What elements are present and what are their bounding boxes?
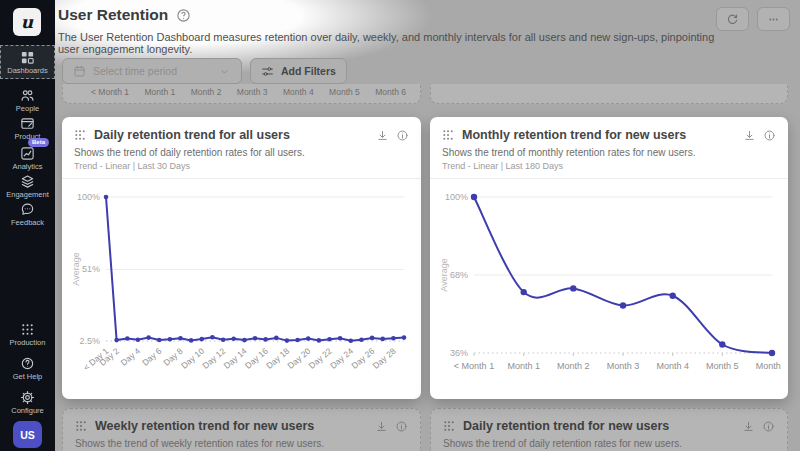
card-title: Weekly retention trend for new users (95, 419, 368, 433)
filter-bar: Select time period Add Filters (62, 58, 347, 84)
svg-text:Month 2: Month 2 (557, 361, 590, 371)
page-header: User Retention (58, 6, 191, 24)
svg-text:36%: 36% (450, 348, 468, 358)
svg-text:100%: 100% (445, 192, 468, 202)
page-description: The User Retention Dashboard measures re… (58, 31, 718, 55)
svg-text:Average: Average (439, 258, 449, 291)
user-avatar[interactable]: US (13, 421, 42, 448)
svg-text:Day 18: Day 18 (264, 346, 291, 371)
partial-card-top-left: < Month 1Month 1Month 2Month 3Month 4Mon… (62, 84, 421, 104)
svg-text:Month 1: Month 1 (507, 361, 540, 371)
app-root: u Dashboards People Product (0, 0, 800, 451)
card-daily-retention-all-users: Daily retention trend for all users Show… (62, 117, 421, 399)
partial-card-top-right (430, 84, 788, 104)
svg-text:Day 12: Day 12 (200, 346, 227, 371)
axis-label: Month 6 (375, 87, 406, 97)
svg-text:Month 3: Month 3 (607, 361, 640, 371)
card-title: Daily retention trend for all users (94, 128, 369, 142)
svg-text:Day 6: Day 6 (140, 346, 164, 368)
header-actions (716, 7, 790, 31)
trend-glyph-icon (442, 129, 455, 142)
axis-label: Month 2 (191, 87, 222, 97)
axis-label: Month 3 (237, 87, 268, 97)
sidebar-item-label: Configure (11, 407, 44, 415)
sidebar-item-configure[interactable]: Configure (0, 386, 55, 418)
card-daily-retention-new-users: Daily retention trend for new users Show… (430, 408, 788, 451)
card-meta: Trend - Linear | Last 30 Days (62, 158, 421, 171)
card-monthly-retention-new-users: Monthly retention trend for new users Sh… (430, 117, 788, 399)
beta-badge: Beta (28, 138, 49, 147)
sidebar-item-label: Dashboards (7, 67, 47, 75)
get-help-icon (20, 356, 35, 371)
refresh-button[interactable] (716, 7, 749, 31)
svg-text:Day 4: Day 4 (119, 346, 143, 368)
calendar-icon (73, 65, 86, 78)
card-subtitle: Shows the trend of weekly retention rate… (63, 433, 420, 449)
card-title: Daily retention trend for new users (463, 419, 735, 433)
card-subtitle: Shows the trend of monthly retention rat… (430, 142, 788, 158)
trend-glyph-icon (74, 129, 87, 142)
svg-text:Day 16: Day 16 (243, 346, 270, 371)
x-axis-labels: < Month 1Month 1Month 2Month 3Month 4Mon… (91, 87, 406, 97)
svg-text:Month 5: Month 5 (706, 361, 739, 371)
dashboards-icon (20, 50, 35, 65)
sidebar-item-get-help[interactable]: Get Help (0, 352, 55, 384)
people-icon (20, 88, 35, 103)
info-icon[interactable] (396, 129, 409, 142)
svg-text:Day 24: Day 24 (328, 346, 355, 371)
sidebar-item-label: Feedback (11, 219, 44, 227)
axis-label: < Month 1 (91, 87, 129, 97)
card-subtitle: Shows the trend of daily retention rates… (431, 433, 787, 449)
svg-text:Day 26: Day 26 (349, 346, 376, 371)
svg-text:68%: 68% (450, 270, 468, 280)
download-icon[interactable] (375, 420, 388, 433)
download-icon[interactable] (742, 420, 755, 433)
more-button[interactable] (757, 7, 790, 31)
add-filters-button[interactable]: Add Filters (250, 58, 347, 84)
production-icon (20, 322, 35, 337)
card-header: Monthly retention trend for new users Sh… (430, 117, 788, 179)
svg-text:Month 6: Month 6 (756, 361, 781, 371)
svg-text:Average: Average (71, 252, 81, 285)
sidebar-item-feedback[interactable]: Feedback (0, 198, 55, 230)
sidebar-item-production[interactable]: Production (0, 318, 55, 350)
axis-label: Month 4 (283, 87, 314, 97)
card-weekly-retention-new-users: Weekly retention trend for new users Sho… (62, 408, 421, 451)
svg-text:100%: 100% (77, 192, 100, 202)
svg-text:Day 22: Day 22 (307, 346, 334, 371)
app-logo[interactable]: u (13, 8, 41, 36)
card-meta: Trend - Linear | Last 180 Days (430, 158, 788, 171)
filter-sliders-icon (261, 65, 274, 78)
more-icon (767, 13, 780, 26)
card-title: Monthly retention trend for new users (462, 128, 736, 142)
svg-text:Day 10: Day 10 (179, 346, 206, 371)
help-icon[interactable] (176, 8, 191, 23)
info-icon[interactable] (763, 129, 776, 142)
card-header: Daily retention trend for all users Show… (62, 117, 421, 179)
feedback-icon (20, 202, 35, 217)
time-period-select[interactable]: Select time period (62, 58, 242, 84)
page-title: User Retention (58, 6, 168, 24)
time-period-placeholder: Select time period (93, 65, 177, 77)
axis-label: Month 5 (329, 87, 360, 97)
svg-text:Month 4: Month 4 (656, 361, 689, 371)
download-icon[interactable] (376, 129, 389, 142)
monthly-retention-chart[interactable]: 100%68%36%Average< Month 1Month 1Month 2… (438, 183, 781, 389)
sidebar-item-label: Production (10, 339, 46, 347)
trend-glyph-icon (443, 420, 456, 433)
svg-text:Day 28: Day 28 (371, 346, 398, 371)
info-icon[interactable] (762, 420, 775, 433)
sidebar: u Dashboards People Product (0, 0, 55, 451)
engagement-icon (20, 174, 35, 189)
download-icon[interactable] (743, 129, 756, 142)
svg-text:2.5%: 2.5% (79, 336, 100, 346)
sidebar-item-dashboards[interactable]: Dashboards (0, 45, 55, 79)
refresh-icon (726, 13, 739, 26)
info-icon[interactable] (395, 420, 408, 433)
analytics-icon (20, 146, 35, 161)
add-filters-label: Add Filters (281, 65, 336, 77)
axis-label: Month 1 (144, 87, 175, 97)
configure-icon (20, 390, 35, 405)
svg-text:Day 20: Day 20 (285, 346, 312, 371)
daily-retention-chart[interactable]: 100%51%2.5%Average< Day 1Day 2Day 4Day 6… (70, 183, 413, 389)
